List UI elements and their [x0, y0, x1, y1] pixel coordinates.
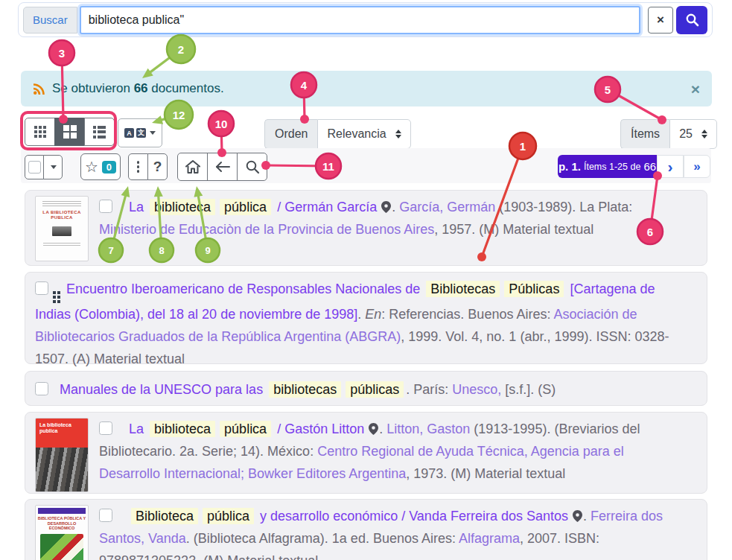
- search-term-highlight[interactable]: biblioteca: [150, 421, 215, 437]
- new-search-button[interactable]: [237, 153, 267, 181]
- sort-control: Orden Relevancia: [264, 119, 411, 149]
- sort-select[interactable]: Relevancia: [317, 119, 410, 149]
- callout-circle-10: [209, 111, 234, 136]
- grid-3x3-icon: [34, 126, 46, 138]
- result-row: Manuales de la UNESCO para las bibliotec…: [25, 371, 707, 406]
- chevron-down-icon: [51, 165, 57, 169]
- result-row: La biblioteca publicaLa bibliotecapúblic…: [25, 412, 707, 494]
- sort-selected-value: Relevancia: [327, 127, 386, 141]
- more-options-button[interactable]: [128, 153, 148, 180]
- book-cover-thumbnail[interactable]: LA BIBLIOTECA PUBLICA: [35, 196, 89, 261]
- search-term-highlight[interactable]: públicas: [346, 381, 404, 398]
- search-term-highlight[interactable]: bibliotecas: [269, 381, 341, 398]
- record-text: .: [583, 509, 591, 524]
- search-submit-button[interactable]: [676, 6, 707, 34]
- home-icon: [185, 159, 201, 174]
- book-cover-thumbnail[interactable]: La biblioteca publica: [35, 418, 89, 492]
- favorites-button[interactable]: ☆ 0: [80, 153, 121, 180]
- home-button[interactable]: [177, 153, 208, 181]
- record-text: [s.f.]. (S): [501, 382, 556, 397]
- cover-image: [36, 448, 88, 491]
- record-text: , 1957. (M) Material textual: [434, 222, 593, 237]
- cover-title: LA BIBLIOTECA PUBLICA: [36, 210, 88, 220]
- cover-decoration: [38, 508, 86, 514]
- record-citation: La bibliotecapública / Germán García . G…: [99, 196, 701, 260]
- record-checkbox[interactable]: [35, 281, 48, 295]
- record-link[interactable]: Desarrollo Internacional; Bowker Editore…: [99, 466, 406, 481]
- favorites-count-badge: 0: [102, 161, 116, 174]
- search-term-highlight[interactable]: pública: [220, 421, 271, 437]
- record-title-link[interactable]: Indias (Colombia), del 18 al 20 de novie…: [35, 307, 357, 322]
- cover-image: [52, 226, 71, 236]
- view-grid-small-button[interactable]: [25, 118, 55, 146]
- callout-number: 10: [215, 118, 228, 130]
- translate-icon: 文: [136, 128, 146, 138]
- record-checkbox[interactable]: [99, 421, 112, 435]
- record-link[interactable]: Alfagrama: [459, 531, 520, 546]
- record-citation: Bibliotecapública y desarrollo económico…: [99, 505, 701, 560]
- callout-circle-3: [49, 40, 74, 66]
- record-checkbox[interactable]: [99, 200, 112, 213]
- callout-number: 3: [59, 47, 65, 60]
- rss-icon[interactable]: [33, 83, 45, 95]
- record-checkbox[interactable]: [99, 509, 112, 522]
- cover-decoration: [42, 201, 81, 206]
- record-link[interactable]: Unesco,: [452, 382, 501, 397]
- items-label: Ítems: [620, 119, 669, 149]
- record-title-link[interactable]: / Germán García: [273, 200, 381, 214]
- record-title-link[interactable]: Encuentro Iberoamericano de Responsables…: [66, 281, 424, 296]
- record-title-link[interactable]: La: [129, 421, 147, 436]
- record-text: , 2007. ISBN:: [520, 531, 599, 546]
- callout-number: 12: [173, 109, 185, 121]
- record-link[interactable]: Asociación de: [553, 307, 637, 322]
- search-term-highlight[interactable]: biblioteca: [150, 199, 215, 215]
- record-link[interactable]: Ministerio de Educaciòn de la Provincia …: [99, 222, 434, 237]
- close-alert-icon[interactable]: ×: [691, 81, 700, 97]
- select-all-checkbox[interactable]: [28, 161, 41, 174]
- record-text: Bibliotecario. 2a. Serie; 14). México:: [99, 444, 317, 459]
- search-icon: [245, 159, 260, 174]
- view-grid-large-button[interactable]: [54, 118, 85, 146]
- record-title-link[interactable]: / Gastón Litton: [273, 421, 368, 436]
- search-label-button[interactable]: Buscar: [23, 7, 77, 34]
- record-title-link[interactable]: y desarrollo económico / Vanda Ferreira …: [256, 509, 572, 524]
- location-pin-icon[interactable]: [381, 201, 391, 213]
- next-page-button[interactable]: ›: [657, 155, 684, 178]
- pagination-status-badge: p. 1. Ítems 1-25 de 66: [558, 155, 657, 178]
- result-row: LA BIBLIOTECA PUBLICALa bibliotecapúblic…: [25, 190, 707, 266]
- clear-search-button[interactable]: ×: [648, 7, 673, 34]
- search-term-highlight[interactable]: Públicas: [504, 281, 564, 297]
- record-link[interactable]: Centro Regional de Ayuda Técnica, Agenci…: [317, 444, 624, 459]
- page-number: p. 1.: [558, 160, 581, 173]
- record-checkbox[interactable]: [35, 382, 48, 395]
- select-all-checkbox-button[interactable]: [25, 155, 44, 179]
- record-link[interactable]: Ferreira dos: [591, 509, 663, 524]
- record-link[interactable]: Santos, Vanda: [99, 531, 186, 546]
- record-text: , 1999. Vol. 4, no. 1 (abr., 1999). ISSN…: [401, 329, 669, 344]
- search-term-highlight[interactable]: Bibliotecas: [426, 281, 500, 297]
- location-pin-icon[interactable]: [573, 510, 582, 522]
- select-dropdown-button[interactable]: [43, 155, 63, 179]
- callout-number: 2: [178, 43, 184, 56]
- record-link[interactable]: Bibliotecarios Graduados de la República…: [35, 329, 401, 344]
- record-title-link[interactable]: La: [129, 200, 147, 214]
- search-term-highlight[interactable]: pública: [203, 508, 254, 524]
- back-button[interactable]: [207, 153, 238, 181]
- location-pin-icon[interactable]: [369, 423, 378, 435]
- record-title-link[interactable]: Manuales de la UNESCO para las: [60, 382, 267, 397]
- cover-decoration: [43, 243, 80, 247]
- items-select[interactable]: 25: [669, 119, 717, 149]
- search-input[interactable]: [80, 6, 640, 34]
- display-options-dropdown[interactable]: A 文: [118, 118, 162, 147]
- items-selected-value: 25: [679, 127, 693, 141]
- record-title-link[interactable]: [Cartagena de: [566, 281, 655, 296]
- view-list-button[interactable]: [84, 118, 115, 146]
- search-term-highlight[interactable]: Biblioteca: [131, 508, 198, 524]
- record-link[interactable]: García, Germán: [399, 200, 495, 214]
- record-link[interactable]: Litton, Gaston: [386, 421, 470, 436]
- search-term-highlight[interactable]: pública: [220, 199, 271, 215]
- book-cover-thumbnail[interactable]: BIBLIOTECA PÚBLICA Y DESARROLLO ECONÓMIC…: [35, 505, 89, 560]
- record-text: En: [365, 307, 381, 322]
- help-button[interactable]: ?: [147, 153, 168, 180]
- last-page-button[interactable]: »: [684, 155, 710, 178]
